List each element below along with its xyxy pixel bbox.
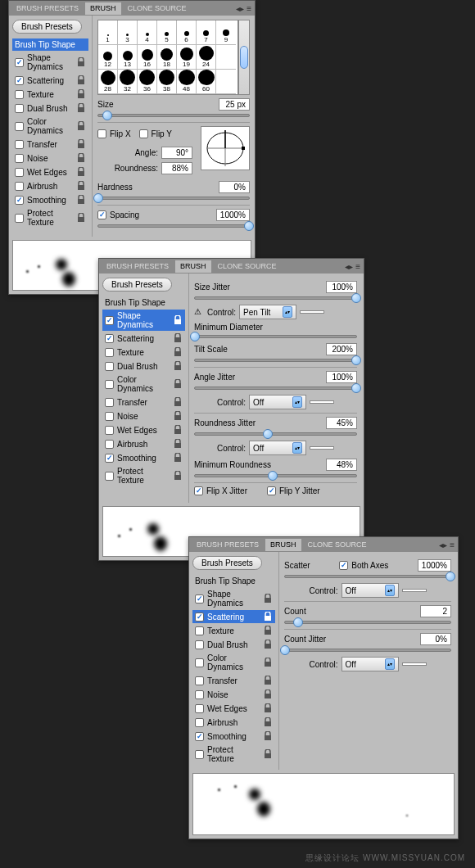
size-control-dropdown[interactable]: Pen Tilt▴▾ [239, 305, 296, 319]
checkbox[interactable] [195, 594, 204, 604]
min-roundness-value[interactable]: 48% [326, 459, 357, 471]
count-jitter-slider[interactable] [284, 649, 451, 652]
roundness-control-dropdown[interactable]: Off▴▾ [249, 441, 306, 455]
lock-icon[interactable] [173, 379, 183, 389]
checkbox[interactable] [105, 398, 114, 407]
option-airbrush[interactable]: Airbrush [102, 437, 185, 450]
option-shape-dynamics[interactable]: Shape Dynamics [12, 52, 88, 73]
checkbox[interactable] [15, 196, 24, 205]
option-wet-edges[interactable]: Wet Edges [192, 702, 275, 715]
panel-menu-button[interactable]: ◂▸ ≡ [236, 4, 255, 13]
count-jitter-control-dropdown[interactable]: Off▴▾ [342, 657, 399, 671]
option-brush-tip-shape[interactable]: Brush Tip Shape [192, 575, 275, 587]
option-scattering[interactable]: Scattering [192, 610, 275, 623]
lock-icon[interactable] [173, 361, 183, 371]
brush-presets-button[interactable]: Brush Presets [102, 278, 172, 292]
checkbox[interactable] [195, 690, 204, 699]
scatter-control-value[interactable] [402, 589, 427, 592]
tab-clone-source[interactable]: CLONE SOURCE [303, 539, 372, 551]
checkbox[interactable] [15, 182, 24, 191]
lock-icon[interactable] [76, 181, 86, 191]
option-texture[interactable]: Texture [12, 88, 88, 101]
checkbox[interactable] [105, 334, 114, 343]
checkbox[interactable] [105, 362, 114, 371]
checkbox[interactable] [105, 348, 114, 357]
checkbox[interactable] [15, 122, 24, 131]
roundness-value[interactable]: 88% [161, 162, 192, 174]
option-airbrush[interactable]: Airbrush [12, 179, 88, 192]
roundness-control-value[interactable] [310, 446, 334, 450]
lock-icon[interactable] [263, 689, 273, 699]
lock-icon[interactable] [173, 471, 183, 481]
tab-brush-presets[interactable]: BRUSH PRESETS [192, 539, 264, 551]
option-color-dynamics[interactable]: Color Dynamics [12, 115, 88, 137]
size-jitter-value[interactable]: 100% [326, 281, 357, 293]
checkbox[interactable] [105, 380, 114, 389]
lock-icon[interactable] [173, 453, 183, 463]
angle-control-value[interactable] [310, 400, 334, 404]
flipx-jitter-checkbox[interactable] [194, 486, 203, 495]
option-noise[interactable]: Noise [12, 151, 88, 165]
hardness-value[interactable]: 0% [219, 181, 250, 193]
checkbox[interactable] [15, 58, 24, 67]
scrollbar[interactable] [238, 20, 250, 95]
lock-icon[interactable] [173, 347, 183, 357]
flipy-checkbox[interactable] [139, 129, 148, 138]
option-smoothing[interactable]: Smoothing [102, 451, 185, 464]
both-axes-checkbox[interactable] [339, 561, 348, 570]
count-value[interactable]: 2 [420, 605, 451, 617]
lock-icon[interactable] [173, 397, 183, 407]
checkbox[interactable] [105, 316, 114, 325]
checkbox[interactable] [15, 214, 24, 223]
hardness-slider[interactable] [97, 197, 250, 200]
option-color-dynamics[interactable]: Color Dynamics [192, 652, 275, 673]
lock-icon[interactable] [173, 315, 183, 325]
checkbox[interactable] [195, 704, 204, 713]
option-scattering[interactable]: Scattering [102, 332, 185, 345]
count-jitter-control-value[interactable] [402, 662, 427, 666]
min-diameter-slider[interactable] [194, 335, 357, 338]
option-protect-texture[interactable]: Protect Texture [192, 744, 275, 765]
scatter-control-dropdown[interactable]: Off▴▾ [342, 583, 399, 598]
lock-icon[interactable] [263, 717, 273, 727]
option-transfer[interactable]: Transfer [12, 138, 88, 151]
lock-icon[interactable] [263, 703, 273, 713]
lock-icon[interactable] [173, 333, 183, 343]
option-wet-edges[interactable]: Wet Edges [102, 423, 185, 436]
size-jitter-slider[interactable] [194, 296, 357, 300]
option-smoothing[interactable]: Smoothing [12, 193, 88, 206]
option-color-dynamics[interactable]: Color Dynamics [102, 373, 185, 395]
option-dual-brush[interactable]: Dual Brush [102, 359, 185, 373]
size-value[interactable]: 25 px [219, 98, 250, 111]
checkbox[interactable] [195, 640, 204, 649]
option-brush-tip-shape[interactable]: Brush Tip Shape [12, 38, 88, 51]
lock-icon[interactable] [263, 640, 273, 649]
checkbox[interactable] [105, 440, 114, 449]
option-dual-brush[interactable]: Dual Brush [192, 638, 275, 651]
lock-icon[interactable] [173, 425, 183, 435]
tab-brush[interactable]: BRUSH [265, 539, 301, 551]
lock-icon[interactable] [76, 89, 86, 99]
angle-jitter-value[interactable]: 100% [326, 371, 357, 383]
option-dual-brush[interactable]: Dual Brush [12, 102, 88, 115]
checkbox[interactable] [195, 750, 204, 759]
option-wet-edges[interactable]: Wet Edges [12, 165, 88, 179]
tab-clone-source[interactable]: CLONE SOURCE [123, 2, 192, 15]
option-texture[interactable]: Texture [192, 624, 275, 637]
lock-icon[interactable] [76, 75, 86, 85]
option-brush-tip-shape[interactable]: Brush Tip Shape [102, 296, 185, 309]
option-noise[interactable]: Noise [102, 409, 185, 423]
lock-icon[interactable] [76, 139, 86, 149]
size-slider[interactable] [97, 114, 250, 117]
panel-menu-button[interactable]: ◂▸ ≡ [439, 540, 458, 549]
checkbox[interactable] [195, 732, 204, 741]
spacing-value[interactable]: 1000% [216, 209, 250, 221]
scatter-slider[interactable] [284, 575, 451, 578]
lock-icon[interactable] [76, 103, 86, 113]
option-shape-dynamics[interactable]: Shape Dynamics [102, 310, 185, 331]
roundness-jitter-value[interactable]: 45% [326, 417, 357, 429]
option-airbrush[interactable]: Airbrush [192, 716, 275, 729]
checkbox[interactable] [195, 626, 204, 635]
panel-menu-button[interactable]: ◂▸ ≡ [345, 262, 364, 271]
option-protect-texture[interactable]: Protect Texture [12, 207, 88, 228]
